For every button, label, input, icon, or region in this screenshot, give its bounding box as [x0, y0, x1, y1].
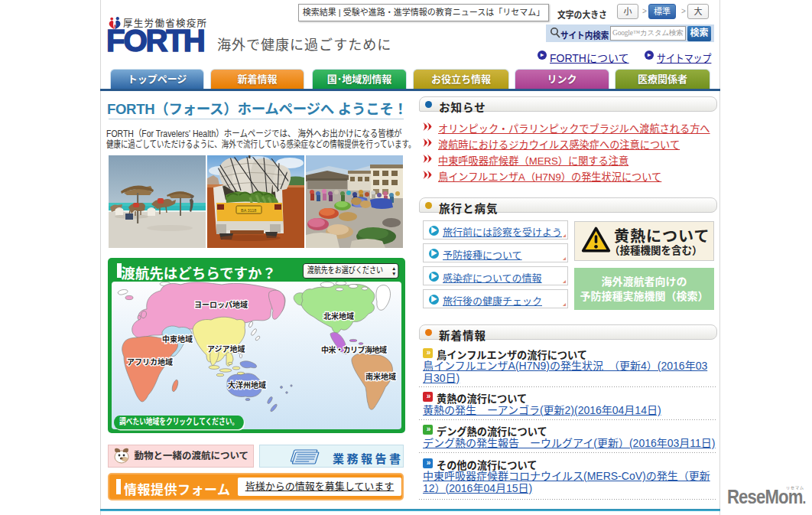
svg-text:中東地域: 中東地域 — [162, 334, 193, 344]
svg-text:アフリカ地域: アフリカ地域 — [127, 357, 173, 367]
svg-text:中米・カリブ海地域: 中米・カリブ海地域 — [321, 345, 387, 354]
svg-text:南米地域: 南米地域 — [365, 372, 396, 381]
svg-text:アジア地域: アジア地域 — [207, 344, 245, 354]
svg-text:大洋州地域: 大洋州地域 — [228, 380, 266, 390]
svg-text:北米地域: 北米地域 — [323, 311, 354, 321]
svg-text:BA 3118: BA 3118 — [241, 208, 256, 213]
svg-text:ヨーロッパ地域: ヨーロッパ地域 — [194, 300, 248, 309]
